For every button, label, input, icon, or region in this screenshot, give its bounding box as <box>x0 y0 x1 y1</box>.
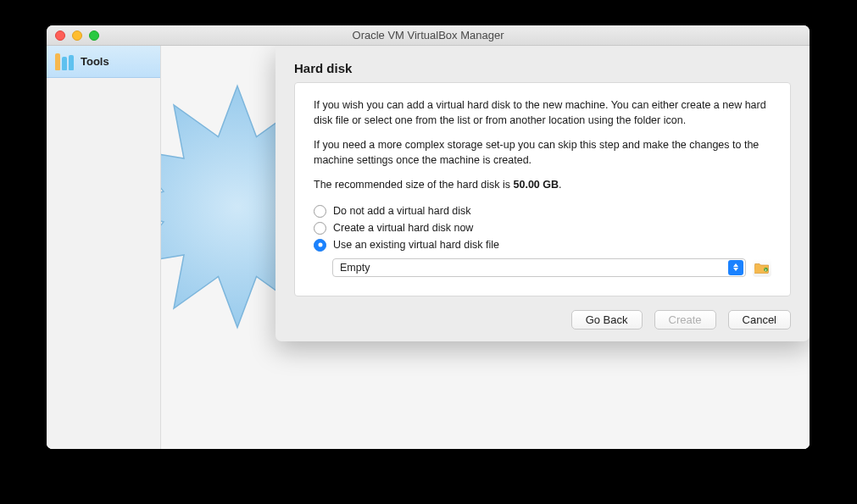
dialog-recommend: The recommended size of the hard disk is… <box>314 178 771 193</box>
dropdown-caret-icon <box>728 260 743 275</box>
sidebar-item-tools[interactable]: Tools <box>47 46 160 78</box>
radio-label: Do not add a virtual hard disk <box>333 205 471 217</box>
cancel-button[interactable]: Cancel <box>728 310 791 330</box>
main-pane: Hard disk If you wish you can add a virt… <box>161 46 810 449</box>
sidebar-item-label: Tools <box>81 55 109 68</box>
radio-option-none[interactable]: Do not add a virtual hard disk <box>314 205 771 218</box>
window-title: Oracle VM VirtualBox Manager <box>47 29 810 42</box>
radio-icon <box>314 205 326 218</box>
dialog-heading: Hard disk <box>294 61 791 75</box>
titlebar: Oracle VM VirtualBox Manager <box>47 25 810 46</box>
radio-option-create[interactable]: Create a virtual hard disk now <box>314 222 771 235</box>
sidebar: Tools <box>47 46 161 449</box>
folder-icon <box>754 262 770 274</box>
radio-option-existing[interactable]: Use an existing virtual hard disk file <box>314 239 771 252</box>
app-window: Oracle VM VirtualBox Manager Tools <box>47 25 810 449</box>
disk-file-selected: Empty <box>340 262 370 274</box>
dialog-paragraph-2: If you need a more complex storage set-u… <box>314 138 771 168</box>
radio-icon <box>314 222 326 235</box>
wizard-sheet: Hard disk If you wish you can add a virt… <box>275 46 810 341</box>
dialog-card: If you wish you can add a virtual hard d… <box>294 82 791 296</box>
radio-icon <box>314 239 326 252</box>
radio-label: Use an existing virtual hard disk file <box>333 239 499 251</box>
dialog-paragraph-1: If you wish you can add a virtual hard d… <box>314 98 771 128</box>
radio-label: Create a virtual hard disk now <box>333 222 473 234</box>
create-button: Create <box>654 310 716 330</box>
tools-icon <box>55 53 74 70</box>
browse-folder-button[interactable] <box>753 258 771 277</box>
go-back-button[interactable]: Go Back <box>571 310 643 330</box>
disk-file-select[interactable]: Empty <box>332 258 746 277</box>
